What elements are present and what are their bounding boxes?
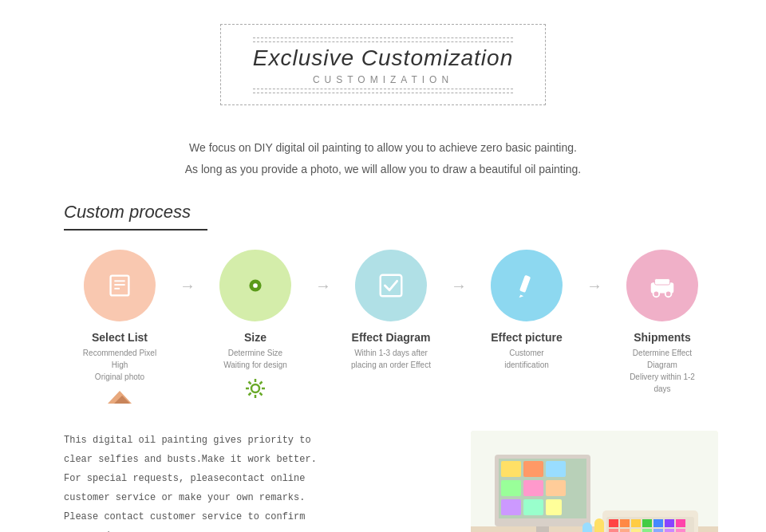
svg-rect-21 bbox=[655, 279, 670, 286]
arrow-4: → bbox=[582, 250, 606, 295]
svg-line-14 bbox=[260, 393, 263, 396]
svg-rect-18 bbox=[519, 275, 531, 293]
step-3-circle bbox=[355, 250, 427, 321]
svg-point-22 bbox=[653, 291, 660, 298]
svg-rect-33 bbox=[523, 480, 543, 496]
sub-title: CUSTOMIZATION bbox=[253, 74, 513, 85]
pencil-icon bbox=[511, 270, 542, 301]
svg-rect-67 bbox=[631, 529, 641, 532]
svg-rect-91 bbox=[594, 518, 604, 532]
custom-process-section: Custom process Select List Recommended P… bbox=[0, 202, 766, 532]
svg-rect-29 bbox=[501, 461, 521, 477]
arrow-1: → bbox=[176, 250, 199, 295]
step-2-title: Size bbox=[244, 331, 267, 344]
svg-rect-38 bbox=[536, 526, 549, 532]
step-5-title: Shipments bbox=[634, 331, 691, 344]
step-4-desc: Customer identification bbox=[487, 347, 567, 371]
step-4: Effect picture Customer identification bbox=[471, 250, 582, 371]
step-2-circle bbox=[219, 250, 291, 321]
arrow-2: → bbox=[311, 250, 335, 295]
step-1-desc: Recommended Pixel HighOriginal photo bbox=[80, 347, 160, 383]
svg-point-7 bbox=[253, 283, 258, 288]
step-5-desc: Determine Effect DiagramDelivery within … bbox=[622, 347, 702, 395]
svg-point-23 bbox=[665, 291, 672, 298]
svg-rect-31 bbox=[546, 461, 566, 477]
svg-rect-59 bbox=[620, 519, 630, 527]
svg-line-15 bbox=[260, 382, 263, 384]
step-4-title: Effect picture bbox=[491, 331, 562, 344]
step-1-circle bbox=[84, 250, 156, 321]
svg-rect-68 bbox=[642, 529, 652, 532]
image-block: Pure AI manual draft, subdivide color bl… bbox=[471, 431, 718, 532]
svg-rect-70 bbox=[665, 529, 674, 532]
section-title: Custom process bbox=[64, 202, 718, 223]
svg-rect-61 bbox=[642, 519, 652, 527]
process-steps: Select List Recommended Pixel HighOrigin… bbox=[64, 250, 718, 407]
step-3-desc: Within 1-3 days afterplacing an order Ef… bbox=[351, 347, 431, 371]
svg-rect-92 bbox=[582, 522, 592, 532]
step-1: Select List Recommended Pixel HighOrigin… bbox=[64, 250, 176, 407]
svg-rect-36 bbox=[523, 499, 543, 515]
svg-rect-37 bbox=[546, 499, 562, 515]
car-icon bbox=[647, 270, 677, 301]
page-wrapper: Exclusive Customization CUSTOMIZATION We… bbox=[0, 0, 766, 532]
gear-icon bbox=[244, 377, 267, 400]
step-3-title: Effect Diagram bbox=[352, 331, 431, 344]
svg-rect-58 bbox=[609, 519, 618, 527]
svg-rect-60 bbox=[631, 519, 641, 527]
step-5-circle bbox=[626, 250, 698, 321]
size-icon bbox=[240, 270, 270, 301]
svg-rect-34 bbox=[546, 480, 566, 496]
svg-rect-71 bbox=[676, 529, 685, 532]
arrow-3: → bbox=[447, 250, 471, 295]
svg-marker-19 bbox=[519, 295, 524, 298]
svg-rect-63 bbox=[665, 519, 674, 527]
desc-line2: As long as you provide a photo, we will … bbox=[0, 159, 766, 180]
section-underline bbox=[64, 229, 207, 231]
svg-rect-62 bbox=[653, 519, 663, 527]
svg-rect-65 bbox=[609, 529, 618, 532]
svg-rect-66 bbox=[620, 529, 630, 532]
bottom-left: This digital oil painting gives priority… bbox=[64, 431, 447, 532]
step-5: Shipments Determine Effect DiagramDelive… bbox=[606, 250, 718, 395]
svg-line-13 bbox=[249, 382, 251, 384]
list-icon bbox=[105, 270, 135, 301]
desk-scene-svg bbox=[471, 431, 718, 532]
note-text: This digital oil painting gives priority… bbox=[64, 431, 447, 532]
step-4-circle bbox=[491, 250, 563, 321]
svg-rect-30 bbox=[523, 461, 543, 477]
svg-point-8 bbox=[251, 384, 259, 392]
svg-rect-32 bbox=[501, 480, 521, 496]
step-1-title: Select List bbox=[92, 331, 148, 344]
svg-rect-17 bbox=[381, 275, 402, 297]
main-title: Exclusive Customization bbox=[253, 45, 513, 71]
header-section: Exclusive Customization CUSTOMIZATION bbox=[0, 16, 766, 113]
step-3: Effect Diagram Within 1-3 days afterplac… bbox=[335, 250, 447, 371]
svg-line-16 bbox=[249, 393, 251, 396]
svg-rect-69 bbox=[653, 529, 663, 532]
step-2-desc: Determine SizeWaiting for design bbox=[223, 347, 287, 371]
desc-line1: We focus on DIY digital oil painting to … bbox=[0, 137, 766, 159]
header-border-box: Exclusive Customization CUSTOMIZATION bbox=[220, 24, 546, 105]
checkmark-icon bbox=[376, 270, 406, 301]
step-2: Size Determine SizeWaiting for design bbox=[199, 250, 311, 403]
bottom-section: This digital oil painting gives priority… bbox=[64, 431, 718, 532]
mountain-icon bbox=[108, 389, 132, 404]
description: We focus on DIY digital oil painting to … bbox=[0, 137, 766, 179]
svg-rect-35 bbox=[501, 499, 521, 515]
svg-rect-64 bbox=[676, 519, 685, 527]
